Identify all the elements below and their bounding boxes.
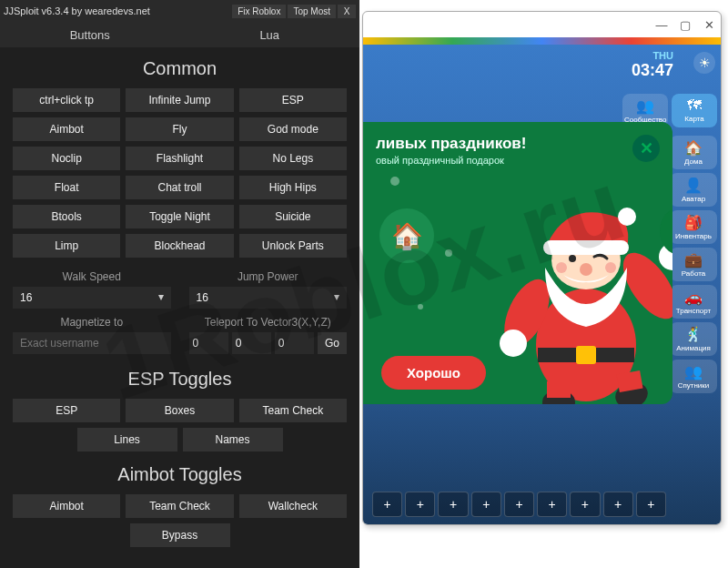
chat-troll-button[interactable]: Chat troll [126, 176, 233, 199]
map-icon: 🗺 [673, 97, 715, 114]
animation-icon: 🕺 [672, 326, 715, 343]
svg-rect-2 [576, 346, 596, 364]
holiday-modal: ливых праздников! овый праздничный подар… [363, 122, 672, 404]
community-icon: 👥 [624, 97, 666, 115]
aimbot-toggle-button[interactable]: Aimbot [13, 494, 120, 518]
names-button[interactable]: Names [183, 428, 283, 451]
sidebar-item-companions[interactable]: 👥Спутники [670, 360, 717, 393]
hotbar-slot[interactable]: + [537, 492, 567, 517]
svg-point-14 [618, 208, 636, 226]
hotbar-slot[interactable]: + [471, 492, 501, 517]
close-button[interactable]: X [338, 5, 356, 18]
tab-lua[interactable]: Lua [180, 22, 360, 47]
jjsploit-window: JJSploit v6.3.4 by wearedevs.net Fix Rob… [0, 0, 359, 568]
hud-day: THU [632, 50, 673, 61]
team-check-aim-button[interactable]: Team Check [126, 494, 233, 518]
modal-subtitle: овый праздничный подарок [376, 155, 660, 166]
sidebar-label: Спутники [678, 381, 710, 390]
toggle-night-button[interactable]: Toggle Night [126, 205, 233, 228]
hotbar-slot[interactable]: + [570, 492, 600, 517]
jjs-content: Common ctrl+click tp Infinite Jump ESP A… [0, 47, 359, 553]
aimbot-button[interactable]: Aimbot [13, 117, 120, 141]
hotbar-slot[interactable]: + [636, 492, 666, 517]
infinite-jump-button[interactable]: Infinite Jump [126, 88, 233, 112]
transport-icon: 🚗 [672, 289, 715, 306]
jjs-title: JJSploit v6.3.4 by wearedevs.net [4, 5, 230, 16]
float-button[interactable]: Float [13, 176, 120, 199]
btools-button[interactable]: Btools [13, 205, 120, 228]
sidebar-label: Карта [684, 115, 703, 123]
magnetize-teleport-row: Magnetize to Teleport To Vector3(X,Y,Z) … [13, 316, 347, 354]
wallcheck-button[interactable]: Wallcheck [239, 494, 347, 518]
jump-power-label: Jump Power [189, 270, 348, 283]
aimbot-row2: Bypass [13, 523, 347, 547]
flashlight-button[interactable]: Flashlight [126, 147, 233, 170]
suicide-button[interactable]: Suicide [239, 205, 347, 228]
bypass-button[interactable]: Bypass [130, 523, 230, 547]
sidebar-label: Транспорт [676, 307, 711, 315]
limp-button[interactable]: Limp [13, 234, 120, 258]
jump-power-select[interactable]: 16 [189, 287, 348, 309]
hotbar-slot[interactable]: + [603, 492, 633, 517]
esp-button[interactable]: ESP [239, 88, 347, 112]
game-sidebar: 🏠Дома 👤Аватар 🎒Инвентарь 💼Работа 🚗Трансп… [670, 136, 717, 393]
work-icon: 💼 [672, 251, 715, 269]
sidebar-item-animation[interactable]: 🕺Анимация [670, 322, 717, 356]
sidebar-label: Дома [684, 157, 703, 166]
svg-point-7 [660, 208, 672, 255]
svg-point-5 [500, 330, 527, 357]
hotbar-slot[interactable]: + [372, 492, 402, 517]
blockhead-button[interactable]: Blockhead [126, 234, 233, 258]
teleport-y-input[interactable] [232, 332, 271, 354]
ctrl-click-tp-button[interactable]: ctrl+click tp [13, 88, 120, 112]
sidebar-item-avatar[interactable]: 👤Аватар [670, 173, 717, 207]
hotbar-slot[interactable]: + [405, 492, 435, 517]
inventory-icon: 🎒 [672, 214, 715, 231]
top-most-button[interactable]: Top Most [288, 5, 336, 18]
modal-title: ливых праздников! [376, 135, 660, 153]
god-mode-button[interactable]: God mode [239, 117, 347, 141]
sidebar-item-inventory[interactable]: 🎒Инвентарь [670, 210, 717, 244]
walk-speed-select[interactable]: 16 [13, 287, 171, 309]
modal-ok-button[interactable]: Хорошо [381, 356, 486, 390]
roblox-window: — ▢ ✕ ☀ THU 03:47 👥 Сообщество 🗺 Карта 🏠… [362, 11, 722, 525]
teleport-label: Teleport To Vector3(X,Y,Z) [189, 316, 348, 329]
common-grid: ctrl+click tp Infinite Jump ESP Aimbot F… [13, 88, 347, 258]
teleport-x-input[interactable] [189, 332, 228, 354]
maximize-icon[interactable]: ▢ [679, 18, 692, 31]
aimbot-heading: Aimbot Toggles [13, 464, 347, 485]
svg-point-16 [580, 263, 592, 276]
sidebar-item-map[interactable]: 🗺 Карта [672, 94, 717, 127]
avatar-icon: 👤 [672, 177, 715, 194]
lines-button[interactable]: Lines [77, 428, 177, 451]
santa-illustration [481, 177, 672, 404]
esp-toggle-button[interactable]: ESP [13, 399, 120, 422]
minimize-icon[interactable]: — [655, 18, 668, 31]
sidebar-item-homes[interactable]: 🏠Дома [670, 136, 717, 169]
walk-speed-label: Walk Speed [13, 270, 171, 283]
sidebar-label: Анимация [676, 344, 711, 352]
unlock-parts-button[interactable]: Unlock Parts [239, 234, 347, 258]
no-legs-button[interactable]: No Legs [239, 147, 347, 170]
boxes-button[interactable]: Boxes [126, 399, 233, 422]
teleport-z-input[interactable] [275, 332, 314, 354]
fix-roblox-button[interactable]: Fix Roblox [232, 5, 286, 18]
high-hips-button[interactable]: High Hips [239, 176, 347, 199]
window-close-icon[interactable]: ✕ [703, 18, 715, 31]
sidebar-item-work[interactable]: 💼Работа [670, 248, 717, 281]
fly-button[interactable]: Fly [126, 117, 233, 141]
noclip-button[interactable]: Noclip [13, 147, 120, 170]
hotbar-slot[interactable]: + [504, 492, 534, 517]
sidebar-item-transport[interactable]: 🚗Транспорт [670, 285, 717, 319]
sidebar-label: Аватар [682, 195, 705, 203]
jjs-tabs: Buttons Lua [0, 22, 359, 47]
teleport-go-button[interactable]: Go [318, 332, 347, 354]
team-check-esp-button[interactable]: Team Check [239, 399, 347, 422]
modal-close-button[interactable]: ✕ [632, 135, 660, 162]
hotbar-slot[interactable]: + [438, 492, 468, 517]
magnetize-input[interactable] [13, 332, 171, 354]
game-viewport: ☀ THU 03:47 👥 Сообщество 🗺 Карта 🏠Дома 👤… [363, 45, 721, 524]
tab-buttons[interactable]: Buttons [0, 22, 180, 47]
weather-icon[interactable]: ☀ [693, 52, 715, 74]
svg-point-18 [605, 262, 616, 273]
